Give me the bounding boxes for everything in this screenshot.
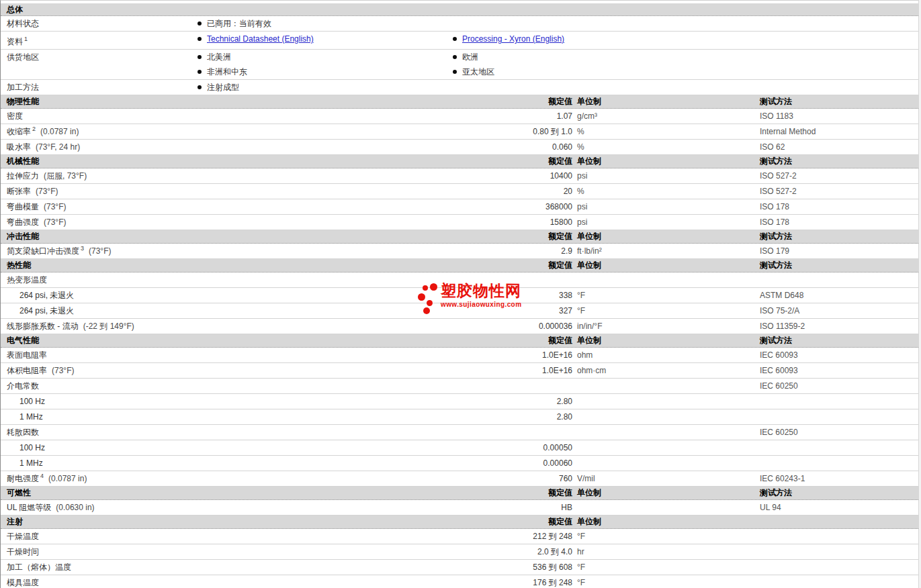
property-value: 20 — [195, 187, 572, 196]
property-unit: ohm·cm — [572, 366, 756, 375]
property-condition: (-22 到 149°F) — [83, 322, 134, 331]
property-value: 2.0 到 4.0 — [195, 546, 572, 558]
property-row: 模具温度176 到 248°F — [1, 575, 918, 588]
property-row: 吸水率(73°F, 24 hr)0.060%ISO 62 — [1, 140, 918, 155]
property-value: 2.9 — [195, 246, 572, 256]
property-value: 10400 — [195, 171, 572, 181]
test-method: Internal Method — [756, 127, 918, 136]
column-header-unit: 单位制 — [572, 334, 756, 347]
property-value: 338 — [195, 291, 572, 300]
property-name: 干燥时间 — [1, 546, 195, 558]
property-unit: psi — [572, 202, 756, 211]
property-row: 断张率(73°F)20%ISO 527-2 — [1, 184, 918, 199]
property-unit: V/mil — [572, 474, 756, 483]
section-header: 冲击性能额定值单位制测试方法 — [1, 230, 918, 244]
property-condition: (73°F) — [36, 187, 58, 196]
bullet-icon — [198, 55, 202, 59]
property-name: 吸水率(73°F, 24 hr) — [1, 142, 195, 153]
section-title: 物理性能 — [1, 95, 195, 108]
section-header: 机械性能额定值单位制测试方法 — [1, 155, 918, 168]
footnote-ref: 2 — [32, 126, 36, 132]
property-value: 2.80 — [195, 412, 572, 422]
property-name-text: 吸水率 — [7, 142, 31, 152]
property-value: 2.80 — [195, 397, 572, 406]
property-name: 100 Hz — [1, 443, 195, 452]
column-header-value: 额定值 — [195, 334, 572, 347]
property-condition: (0.0787 in) — [40, 127, 79, 136]
property-row: 耗散因数IEC 60250 — [1, 425, 918, 440]
property-name-text: 模具温度 — [7, 578, 39, 587]
property-name: 干燥温度 — [1, 531, 195, 542]
property-name: 100 Hz — [1, 397, 195, 406]
bullet-item: 注射成型 — [195, 80, 451, 95]
property-name-text: 供货地区 — [7, 52, 39, 62]
bullet-item: 非洲和中东 — [195, 64, 451, 79]
test-method: IEC 60093 — [756, 350, 918, 360]
section-header: 热性能额定值单位制测试方法 — [1, 259, 918, 273]
property-condition: (屈服, 73°F) — [44, 171, 87, 181]
section-title: 电气性能 — [1, 334, 195, 347]
property-row: 简支梁缺口冲击强度3(73°F)2.9ft·lb/in²ISO 179 — [1, 244, 918, 259]
bullet-icon — [453, 70, 457, 74]
property-name: 材料状态 — [1, 16, 195, 31]
property-name-text: 264 psi, 未退火 — [19, 291, 74, 300]
test-method: ISO 179 — [756, 246, 918, 256]
column-header-value: 额定值 — [195, 487, 572, 499]
property-name-text: 材料状态 — [7, 19, 39, 28]
property-unit: ft·lb/in² — [572, 246, 756, 256]
property-name-text: 加工（熔体）温度 — [7, 562, 71, 572]
property-name-text: 密度 — [7, 111, 23, 121]
property-row: 密度1.07g/cm³ISO 1183 — [1, 109, 918, 124]
property-value: 0.00060 — [195, 458, 572, 468]
property-name: 耗散因数 — [1, 427, 195, 438]
property-row: 干燥温度212 到 248°F — [1, 529, 918, 544]
property-name-text: UL 阻燃等级 — [7, 503, 51, 512]
column-header-method: 测试方法 — [756, 259, 918, 272]
property-name-text: 干燥时间 — [7, 547, 39, 556]
bullet-icon — [198, 37, 202, 41]
column-header-method: 测试方法 — [756, 95, 918, 108]
property-unit: °F — [572, 532, 756, 541]
section-header-general: 总体 — [1, 3, 918, 16]
property-name-text: 1 MHz — [19, 412, 43, 422]
property-name-text: 干燥温度 — [7, 532, 39, 541]
property-name-text: 断张率 — [7, 187, 31, 196]
test-method: IEC 60243-1 — [756, 474, 918, 483]
property-name-text: 资料 — [7, 37, 23, 46]
test-method: IEC 60250 — [756, 428, 918, 437]
property-row: UL 阻燃等级(0.0630 in)HBUL 94 — [1, 500, 918, 516]
general-row: 供货地区北美洲非洲和中东欧洲亚太地区 — [1, 50, 918, 80]
document-link[interactable]: Processing - Xyron (English) — [462, 34, 564, 44]
column-header-method: 测试方法 — [756, 155, 918, 168]
property-value: 536 到 608 — [195, 562, 572, 573]
bullet-item-label: 注射成型 — [207, 82, 239, 93]
test-method: ISO 62 — [756, 142, 918, 152]
property-name: 加工（熔体）温度 — [1, 562, 195, 573]
property-name: 1 MHz — [1, 412, 195, 422]
property-row: 收缩率2(0.0787 in)0.80 到 1.0%Internal Metho… — [1, 124, 918, 140]
property-name: 264 psi, 未退火 — [1, 290, 195, 301]
column-header-value: 额定值 — [195, 516, 572, 528]
property-row: 耐电强度4(0.0787 in)760V/milIEC 60243-1 — [1, 471, 918, 487]
bullet-list: 北美洲非洲和中东 — [195, 50, 451, 79]
property-name-text: 拉伸应力 — [7, 171, 39, 181]
property-value: 1.0E+16 — [195, 350, 572, 360]
section-title: 可燃性 — [1, 487, 195, 499]
property-unit: % — [572, 142, 756, 152]
document-link[interactable]: Technical Datasheet (English) — [207, 34, 314, 44]
property-name-text: 加工方法 — [7, 83, 39, 92]
property-name: 资料1 — [1, 32, 195, 49]
test-method: ISO 527-2 — [756, 171, 918, 181]
section-title: 注射 — [1, 516, 195, 528]
property-name-text: 热变形温度 — [7, 275, 47, 285]
property-row: 弯曲强度(73°F)15800psiISO 178 — [1, 215, 918, 230]
property-name: 简支梁缺口冲击强度3(73°F) — [1, 245, 195, 257]
section-title: 机械性能 — [1, 155, 195, 168]
footnote-ref: 1 — [24, 36, 28, 42]
property-condition: (73°F) — [44, 202, 66, 211]
general-rows: 材料状态已商用：当前有效资料1Technical Datasheet (Engl… — [1, 16, 918, 95]
property-row: 100 Hz2.80 — [1, 394, 918, 409]
material-datasheet: 总体 材料状态已商用：当前有效资料1Technical Datasheet (E… — [0, 0, 919, 588]
property-name: 介电常数 — [1, 381, 195, 392]
property-name: 弯曲模量(73°F) — [1, 201, 195, 213]
